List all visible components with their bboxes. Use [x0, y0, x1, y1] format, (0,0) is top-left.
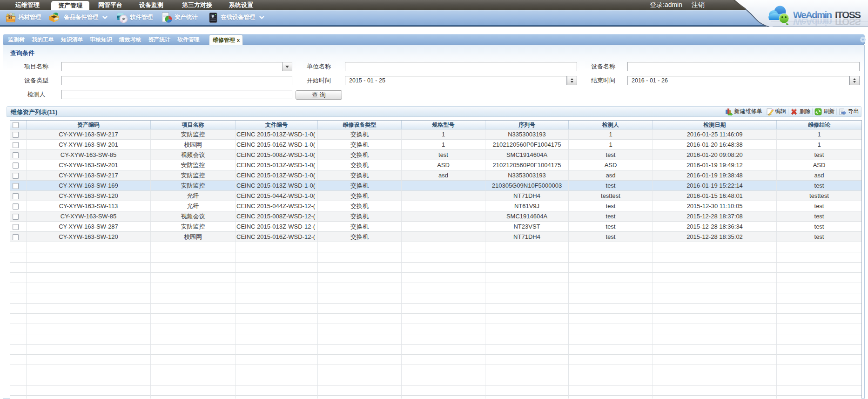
- row-checkbox[interactable]: [13, 224, 19, 230]
- tab-software[interactable]: 软件管理: [174, 34, 203, 45]
- table-row[interactable]: CY-XYW-163-SW-120光纤CEINC 2015-044Z-WSD-1…: [10, 191, 861, 201]
- select-all-checkbox[interactable]: [13, 122, 19, 128]
- empty-cell: [27, 385, 151, 396]
- column-header-7[interactable]: 检测人: [569, 121, 653, 129]
- table-row[interactable]: CY-XYW-163-SW-85视频会议CEINC 2015-008Z-WSD-…: [10, 211, 861, 222]
- empty-row: [10, 385, 861, 396]
- empty-cell: [10, 293, 27, 304]
- column-header-1[interactable]: 资产编码: [27, 121, 151, 129]
- refresh-button[interactable]: 刷新: [813, 108, 836, 115]
- row-checkbox[interactable]: [13, 193, 19, 199]
- tab-review-knowledge[interactable]: 审核知识: [87, 34, 116, 45]
- unit-name-input[interactable]: [345, 62, 577, 71]
- tab-close-icon[interactable]: x: [237, 35, 240, 45]
- table-row[interactable]: CY-XYW-163-SW-120校园网CEINC 2015-016Z-WSD-…: [10, 232, 861, 242]
- table-row[interactable]: CY-XYW-163-SW-85视频会议CEINC 2015-008Z-WSD-…: [10, 150, 861, 160]
- toolbar-item-consumables[interactable]: 耗材管理: [5, 10, 41, 25]
- toolbar-item-software[interactable]: 软件管理: [117, 10, 153, 25]
- table-row[interactable]: CY-XYW-163-SW-113光纤CEINC 2015-044Z-WSD-1…: [10, 201, 861, 211]
- empty-cell: [236, 334, 318, 345]
- empty-cell: [777, 293, 861, 304]
- project-name-dropdown-button[interactable]: [282, 62, 292, 71]
- column-header-3[interactable]: 文件编号: [236, 121, 318, 129]
- search-button[interactable]: 查 询: [296, 90, 342, 100]
- row-checkbox[interactable]: [13, 214, 19, 220]
- column-header-6[interactable]: 序列号: [485, 121, 569, 129]
- end-time-spinner[interactable]: [849, 76, 860, 85]
- empty-cell: [236, 242, 318, 252]
- cell: 1: [777, 129, 861, 140]
- menu-item-network[interactable]: 网管平台: [98, 0, 122, 10]
- project-name-input[interactable]: [61, 62, 283, 71]
- empty-cell: [318, 385, 402, 396]
- new-repair-order-button[interactable]: 新建维修单: [724, 108, 763, 115]
- row-checkbox[interactable]: [13, 203, 19, 210]
- cell: asd: [402, 170, 485, 181]
- tab-knowledge-list[interactable]: 知识清单: [57, 34, 87, 45]
- menu-item-assets[interactable]: 资产管理: [51, 1, 89, 10]
- empty-row: [10, 375, 861, 385]
- export-button[interactable]: 导出: [837, 108, 860, 115]
- toolbar-label: 软件管理: [130, 14, 153, 21]
- empty-cell: [777, 365, 861, 375]
- menu-item-thirdparty[interactable]: 第三方对接: [182, 0, 212, 10]
- column-header-4[interactable]: 维修设备类型: [318, 121, 402, 129]
- empty-cell: [569, 334, 653, 345]
- row-checkbox[interactable]: [13, 132, 19, 138]
- cell: test: [777, 150, 861, 160]
- empty-cell: [318, 263, 402, 273]
- tab-performance[interactable]: 绩效考核: [115, 34, 145, 45]
- cell: CEINC 2015-016Z-WSD-1-0(: [236, 140, 318, 150]
- inspector-input[interactable]: [61, 90, 292, 99]
- start-time-input[interactable]: [345, 76, 567, 85]
- empty-cell: [10, 345, 27, 355]
- toolbar-item-online-devices[interactable]: 在线设备管理: [208, 10, 264, 25]
- row-checkbox[interactable]: [13, 173, 19, 179]
- table-row[interactable]: CY-XYW-163-SW-201校园网CEINC 2015-016Z-WSD-…: [10, 140, 861, 150]
- edit-button[interactable]: 编辑: [765, 108, 787, 115]
- tab-my-orders[interactable]: 我的工单: [28, 34, 58, 45]
- empty-cell: [318, 304, 402, 314]
- delete-button[interactable]: 删除: [789, 108, 812, 115]
- column-header-2[interactable]: 项目名称: [151, 121, 236, 129]
- menu-item-ops[interactable]: 运维管理: [15, 0, 40, 10]
- device-type-input[interactable]: [61, 76, 292, 85]
- empty-cell: [27, 365, 151, 375]
- gear-icon[interactable]: [860, 36, 866, 43]
- table-row[interactable]: CY-XYW-163-SW-217安防监控CEINC 2015-013Z-WSD…: [10, 129, 861, 140]
- table-row[interactable]: CY-XYW-163-SW-201安防监控CEINC 2015-013Z-WSD…: [10, 160, 861, 170]
- row-checkbox[interactable]: [13, 142, 19, 148]
- menu-item-settings[interactable]: 系统设置: [229, 0, 253, 10]
- tab-monitor-tree[interactable]: 监测树: [5, 34, 28, 45]
- row-checkbox[interactable]: [13, 183, 19, 189]
- menu-item-monitor[interactable]: 设备监测: [139, 0, 163, 10]
- tab-asset-stats[interactable]: 资产统计: [145, 34, 174, 45]
- table-row[interactable]: CY-XYW-163-SW-287安防监控CEINC 2015-013Z-WSD…: [10, 222, 861, 232]
- row-checkbox[interactable]: [13, 234, 19, 240]
- empty-row: [10, 365, 861, 375]
- column-header-9[interactable]: 维修结论: [777, 121, 861, 129]
- empty-cell: [236, 385, 318, 396]
- table-row[interactable]: CY-XYW-163-SW-169安防监控CEINC 2015-013Z-WSD…: [10, 181, 861, 191]
- cell: 安防监控: [151, 170, 236, 181]
- empty-cell: [27, 252, 151, 263]
- row-checkbox[interactable]: [13, 162, 19, 169]
- empty-cell: [485, 314, 569, 324]
- empty-cell: [777, 396, 861, 399]
- column-header-5[interactable]: 规格型号: [402, 121, 485, 129]
- cell: 校园网: [151, 232, 236, 242]
- toolbar-item-asset-stats[interactable]: 资产统计: [161, 10, 198, 25]
- tab-repair-management-active[interactable]: 维修管理 x: [209, 34, 243, 45]
- empty-cell: [151, 304, 236, 314]
- table-row[interactable]: CY-XYW-163-SW-217安防监控CEINC 2015-013Z-WSD…: [10, 170, 861, 181]
- empty-cell: [318, 375, 402, 385]
- logout-link[interactable]: 注销: [692, 1, 705, 8]
- start-time-spinner[interactable]: [567, 76, 577, 85]
- toolbar-item-spare-parts[interactable]: 备品备件管理: [48, 10, 108, 25]
- column-header-8[interactable]: 检测日期: [653, 121, 777, 129]
- device-name-input[interactable]: [627, 62, 860, 71]
- row-checkbox[interactable]: [13, 152, 19, 158]
- end-time-input[interactable]: [627, 76, 849, 85]
- cell: 交换机: [318, 160, 402, 170]
- cell: 交换机: [318, 140, 402, 150]
